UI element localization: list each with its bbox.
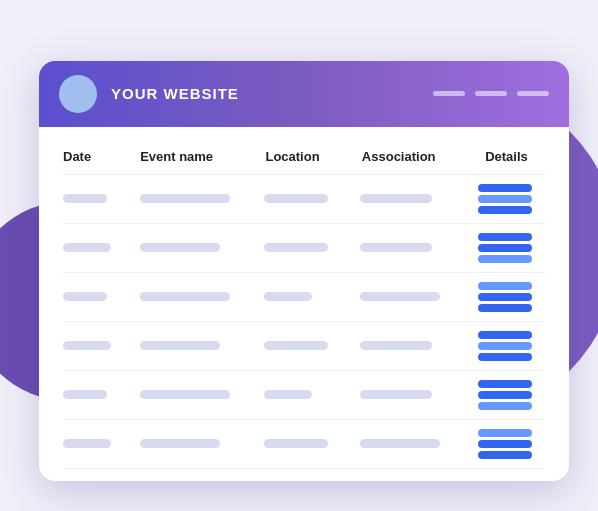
details-btn-group[interactable]	[465, 331, 545, 361]
cell-location	[264, 439, 360, 448]
cell-date	[63, 292, 140, 301]
browser-nav-dots	[433, 91, 549, 96]
table-header: Date Event name Location Association Det…	[63, 137, 545, 175]
cell-association	[360, 292, 465, 301]
cell-association	[360, 439, 465, 448]
detail-bar[interactable]	[478, 451, 532, 459]
col-header-association: Association	[362, 149, 468, 164]
details-btn-group[interactable]	[465, 380, 545, 410]
detail-bar[interactable]	[478, 391, 532, 399]
cell-date	[63, 439, 140, 448]
scene: YOUR WEBSITE Date Event name Location As…	[19, 21, 579, 491]
browser-window: YOUR WEBSITE Date Event name Location As…	[39, 61, 569, 481]
avatar	[59, 75, 97, 113]
cell-details[interactable]	[465, 233, 545, 263]
table-row	[63, 371, 545, 420]
col-header-event: Event name	[140, 149, 265, 164]
cell-location	[264, 390, 360, 399]
details-btn-group[interactable]	[465, 429, 545, 459]
cell-date	[63, 341, 140, 350]
detail-bar[interactable]	[478, 304, 532, 312]
detail-bar[interactable]	[478, 440, 532, 448]
detail-bar[interactable]	[478, 255, 532, 263]
details-btn-group[interactable]	[465, 233, 545, 263]
col-header-date: Date	[63, 149, 140, 164]
details-btn-group[interactable]	[465, 282, 545, 312]
table-body	[63, 175, 545, 469]
detail-bar[interactable]	[478, 195, 532, 203]
cell-association	[360, 341, 465, 350]
cell-event	[140, 194, 264, 203]
cell-location	[264, 341, 360, 350]
nav-line-3	[517, 91, 549, 96]
detail-bar[interactable]	[478, 293, 532, 301]
detail-bar[interactable]	[478, 342, 532, 350]
browser-bar: YOUR WEBSITE	[39, 61, 569, 127]
website-title: YOUR WEBSITE	[111, 85, 419, 102]
cell-details[interactable]	[465, 429, 545, 459]
table-row	[63, 224, 545, 273]
cell-details[interactable]	[465, 331, 545, 361]
cell-association	[360, 243, 465, 252]
col-header-location: Location	[265, 149, 361, 164]
cell-details[interactable]	[465, 282, 545, 312]
table-row	[63, 322, 545, 371]
detail-bar[interactable]	[478, 331, 532, 339]
cell-event	[140, 243, 264, 252]
cell-event	[140, 341, 264, 350]
detail-bar[interactable]	[478, 402, 532, 410]
nav-line-1	[433, 91, 465, 96]
cell-details[interactable]	[465, 380, 545, 410]
details-btn-group[interactable]	[465, 184, 545, 214]
cell-association	[360, 194, 465, 203]
detail-bar[interactable]	[478, 282, 532, 290]
detail-bar[interactable]	[478, 353, 532, 361]
cell-event	[140, 390, 264, 399]
cell-date	[63, 243, 140, 252]
detail-bar[interactable]	[478, 429, 532, 437]
table-row	[63, 175, 545, 224]
cell-event	[140, 439, 264, 448]
detail-bar[interactable]	[478, 184, 532, 192]
col-header-details: Details	[468, 149, 545, 164]
cell-date	[63, 390, 140, 399]
cell-event	[140, 292, 264, 301]
detail-bar[interactable]	[478, 233, 532, 241]
nav-line-2	[475, 91, 507, 96]
cell-location	[264, 243, 360, 252]
detail-bar[interactable]	[478, 380, 532, 388]
table-area: Date Event name Location Association Det…	[39, 127, 569, 479]
cell-association	[360, 390, 465, 399]
table-row	[63, 420, 545, 469]
detail-bar[interactable]	[478, 244, 532, 252]
cell-date	[63, 194, 140, 203]
cell-details[interactable]	[465, 184, 545, 214]
table-row	[63, 273, 545, 322]
detail-bar[interactable]	[478, 206, 532, 214]
cell-location	[264, 194, 360, 203]
cell-location	[264, 292, 360, 301]
